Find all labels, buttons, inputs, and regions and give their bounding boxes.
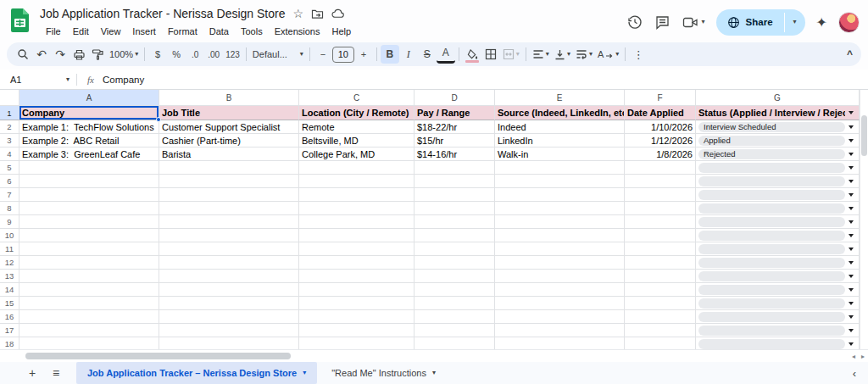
cell-D3[interactable]: $15/hr	[415, 134, 495, 147]
row-header-11[interactable]: 11	[0, 242, 19, 256]
status-chip[interactable]	[698, 285, 845, 295]
status-chip[interactable]	[698, 326, 845, 336]
cell-D5[interactable]	[415, 161, 495, 175]
dropdown-arrow-icon[interactable]	[849, 329, 854, 332]
cell-G17[interactable]	[696, 324, 860, 337]
cell-F7[interactable]	[625, 188, 696, 202]
row-header-1[interactable]: 1	[0, 106, 19, 120]
cell-F8[interactable]	[625, 202, 696, 215]
cell-G1[interactable]: Status (Applied / Interview / Reject...	[696, 106, 860, 120]
cell-A3[interactable]: Example 2: ABC Retail	[19, 134, 159, 147]
cell-A6[interactable]	[19, 175, 159, 188]
cell-G7[interactable]	[696, 188, 860, 202]
font-size-input[interactable]: 10	[332, 47, 354, 63]
increase-decimal-button[interactable]: .00	[204, 45, 223, 64]
cell-E3[interactable]: LinkedIn	[495, 134, 625, 147]
move-folder-icon[interactable]	[311, 8, 324, 19]
cell-C10[interactable]	[299, 229, 415, 242]
share-button[interactable]: Share	[716, 9, 784, 36]
menu-view[interactable]: View	[95, 25, 127, 38]
cell-E2[interactable]: Indeed	[495, 120, 625, 134]
dropdown-arrow-icon[interactable]	[849, 220, 854, 224]
cell-D6[interactable]	[415, 175, 495, 188]
dropdown-arrow-icon[interactable]	[849, 261, 854, 264]
dropdown-arrow-icon[interactable]	[849, 111, 854, 114]
cell-D10[interactable]	[415, 229, 495, 242]
cell-A4[interactable]: Example 3: GreenLeaf Cafe	[19, 147, 159, 161]
cell-A17[interactable]	[19, 324, 159, 337]
cell-E16[interactable]	[495, 310, 625, 324]
dropdown-arrow-icon[interactable]	[849, 234, 854, 237]
number-format-button[interactable]: 123	[223, 45, 242, 64]
cell-B15[interactable]	[159, 297, 299, 310]
cell-G9[interactable]	[696, 215, 860, 229]
cell-F4[interactable]: 1/8/2026	[625, 147, 696, 161]
cell-E12[interactable]	[495, 256, 625, 270]
vertical-align-button[interactable]: ▾	[552, 45, 573, 64]
row-header-12[interactable]: 12	[0, 256, 19, 270]
name-box[interactable]: A1 ▾	[0, 75, 76, 85]
search-menus-icon[interactable]	[14, 45, 32, 64]
row-header-13[interactable]: 13	[0, 270, 19, 283]
horizontal-scrollbar[interactable]: ◂ ▸	[0, 349, 868, 362]
cell-C15[interactable]	[299, 297, 415, 310]
account-avatar[interactable]	[838, 12, 860, 33]
cell-C18[interactable]	[299, 337, 415, 349]
horizontal-scrollbar-thumb[interactable]	[25, 353, 291, 359]
version-history-icon[interactable]	[626, 14, 643, 31]
row-header-14[interactable]: 14	[0, 283, 19, 297]
column-header-B[interactable]: B	[159, 90, 299, 106]
dropdown-arrow-icon[interactable]	[849, 248, 854, 251]
cell-B3[interactable]: Cashier (Part-time)	[159, 134, 299, 147]
column-header-C[interactable]: C	[299, 90, 415, 106]
scroll-left-icon[interactable]: ◂	[852, 353, 855, 360]
cell-A9[interactable]	[19, 215, 159, 229]
status-chip[interactable]	[698, 298, 845, 309]
cell-C2[interactable]: Remote	[299, 120, 415, 134]
dropdown-arrow-icon[interactable]	[849, 288, 854, 292]
cell-D9[interactable]	[415, 215, 495, 229]
dropdown-arrow-icon[interactable]	[849, 342, 854, 346]
cell-G8[interactable]	[696, 202, 860, 215]
cell-E8[interactable]	[495, 202, 625, 215]
row-header-3[interactable]: 3	[0, 134, 19, 147]
cell-G3[interactable]: Applied	[696, 134, 860, 147]
cell-E10[interactable]	[495, 229, 625, 242]
cell-G18[interactable]	[696, 337, 860, 349]
cell-D16[interactable]	[415, 310, 495, 324]
add-sheet-button[interactable]: +	[22, 362, 42, 384]
decrease-decimal-button[interactable]: .0	[186, 45, 204, 64]
star-icon[interactable]: ☆	[292, 8, 303, 19]
sheet-tab-active[interactable]: Job Application Tracker – Nerissa Design…	[76, 362, 317, 384]
row-header-10[interactable]: 10	[0, 229, 19, 242]
cell-A1[interactable]: Company	[19, 106, 159, 120]
fill-color-button[interactable]	[463, 45, 481, 64]
show-side-panel-chevron[interactable]: ‹	[853, 367, 860, 380]
vertical-scrollbar[interactable]	[860, 90, 868, 349]
cell-B12[interactable]	[159, 256, 299, 270]
status-chip[interactable]	[698, 217, 845, 227]
text-rotation-button[interactable]: A ▾	[595, 45, 621, 64]
cell-F10[interactable]	[625, 229, 696, 242]
formula-input[interactable]: Company	[103, 75, 144, 85]
cell-F1[interactable]: Date Applied	[625, 106, 696, 120]
dropdown-arrow-icon[interactable]	[849, 153, 854, 156]
status-chip[interactable]: Interview Scheduled	[698, 122, 845, 132]
cell-C1[interactable]: Location (City / Remote)	[299, 106, 415, 120]
text-color-button[interactable]: A	[437, 45, 455, 64]
cell-A7[interactable]	[19, 188, 159, 202]
merge-cells-button[interactable]: ▾	[500, 45, 522, 64]
doc-title[interactable]: Job Application Tracker - Nerissa Design…	[40, 7, 285, 20]
cell-G11[interactable]	[696, 242, 860, 256]
undo-button[interactable]: ↶	[32, 45, 51, 64]
menu-tools[interactable]: Tools	[235, 25, 269, 38]
status-chip[interactable]	[698, 339, 845, 349]
print-button[interactable]	[70, 45, 88, 64]
status-chip[interactable]	[698, 244, 845, 254]
paint-format-button[interactable]	[88, 45, 107, 64]
status-chip[interactable]	[698, 258, 845, 268]
cell-G14[interactable]	[696, 283, 860, 297]
cell-G12[interactable]	[696, 256, 860, 270]
cell-E1[interactable]: Source (Indeed, LinkedIn, etc.)	[495, 106, 625, 120]
cell-F18[interactable]	[625, 337, 696, 349]
